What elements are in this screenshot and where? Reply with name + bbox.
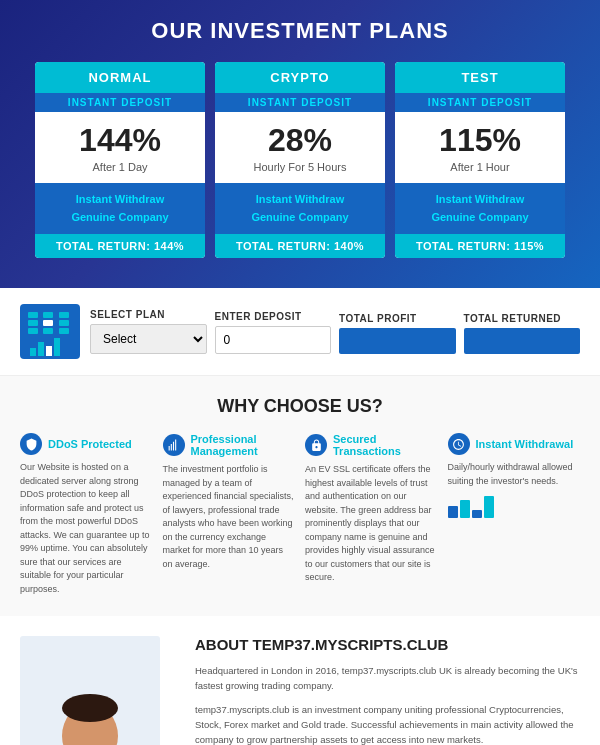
about-title: ABOUT TEMP37.MYSCRIPTS.CLUB [195,636,580,653]
plans-row: NORMAL INSTANT DEPOSIT 144% After 1 Day … [20,62,580,258]
plan-card-test: TEST INSTANT DEPOSIT 115% After 1 Hour I… [395,62,565,258]
total-returned-group: TOTAL RETURNED [464,313,581,354]
deposit-input[interactable] [215,326,332,354]
chart-icon [163,434,185,456]
plan-percent-test: 115% [395,112,565,161]
clock-icon [448,433,470,455]
why-text-withdrawal: Daily/hourly withdrawal allowed suiting … [448,461,581,488]
about-para-2: temp37.myscripts.club is an investment c… [195,702,580,745]
shield-icon [20,433,42,455]
enter-deposit-label: ENTER DEPOSIT [215,311,332,322]
about-section: ABOUT TEMP37.MYSCRIPTS.CLUB Headquartere… [0,616,600,745]
why-grid: DDoS Protected Our Website is hosted on … [20,433,580,596]
select-plan-label: SELECT PLAN [90,309,207,320]
plan-features-normal: Instant Withdraw Genuine Company [35,183,205,234]
why-text-transactions: An EV SSL certificate offers the highest… [305,463,438,585]
plan-period-test: After 1 Hour [395,161,565,183]
plan-total-normal: TOTAL RETURN: 144% [35,234,205,258]
plan-features-crypto: Instant Withdraw Genuine Company [215,183,385,234]
why-text-ddos: Our Website is hosted on a dedicated ser… [20,461,153,596]
plan-period-crypto: Hourly For 5 Hours [215,161,385,183]
plan-name-crypto: CRYPTO [215,62,385,93]
why-choose-section: WHY CHOOSE US? DDoS Protected Our Websit… [0,376,600,616]
header-section: OUR INVESTMENT PLANS NORMAL INSTANT DEPO… [0,0,600,288]
why-item-withdrawal: Instant Withdrawal Daily/hourly withdraw… [448,433,581,596]
page-title: OUR INVESTMENT PLANS [20,18,580,44]
why-item-ddos: DDoS Protected Our Website is hosted on … [20,433,153,596]
plan-period-normal: After 1 Day [35,161,205,183]
plan-card-normal: NORMAL INSTANT DEPOSIT 144% After 1 Day … [35,62,205,258]
plan-total-crypto: TOTAL RETURN: 140% [215,234,385,258]
select-plan-group: SELECT PLAN Select NORMAL CRYPTO TEST [90,309,207,354]
plan-instant-normal: INSTANT DEPOSIT [35,93,205,112]
total-profit-label: TOTAL PROFIT [339,313,456,324]
plan-instant-test: INSTANT DEPOSIT [395,93,565,112]
svg-point-7 [62,694,118,722]
why-item-management: Professional Management The investment p… [163,433,296,596]
total-profit-group: TOTAL PROFIT [339,313,456,354]
plan-name-test: TEST [395,62,565,93]
why-text-management: The investment portfolio is managed by a… [163,463,296,571]
plan-percent-normal: 144% [35,112,205,161]
plan-card-crypto: CRYPTO INSTANT DEPOSIT 28% Hourly For 5 … [215,62,385,258]
lock-icon [305,434,327,456]
total-returned-input [464,328,581,354]
plan-percent-crypto: 28% [215,112,385,161]
plan-features-test: Instant Withdraw Genuine Company [395,183,565,234]
plan-name-normal: NORMAL [35,62,205,93]
about-person-image [20,636,180,745]
total-returned-label: TOTAL RETURNED [464,313,581,324]
why-title-withdrawal: Instant Withdrawal [476,438,574,450]
why-item-transactions: Secured Transactions An EV SSL certifica… [305,433,438,596]
why-title-management: Professional Management [191,433,296,457]
calculator-section: SELECT PLAN Select NORMAL CRYPTO TEST EN… [0,288,600,376]
why-title-ddos: DDoS Protected [48,438,132,450]
select-plan-dropdown[interactable]: Select NORMAL CRYPTO TEST [90,324,207,354]
why-title-transactions: Secured Transactions [333,433,438,457]
enter-deposit-group: ENTER DEPOSIT [215,311,332,354]
calculator-icon [20,304,80,359]
total-profit-input [339,328,456,354]
why-choose-title: WHY CHOOSE US? [20,396,580,417]
about-content: ABOUT TEMP37.MYSCRIPTS.CLUB Headquartere… [195,636,580,745]
about-para-1: Headquartered in London in 2016, temp37.… [195,663,580,693]
plan-instant-crypto: INSTANT DEPOSIT [215,93,385,112]
plan-total-test: TOTAL RETURN: 115% [395,234,565,258]
